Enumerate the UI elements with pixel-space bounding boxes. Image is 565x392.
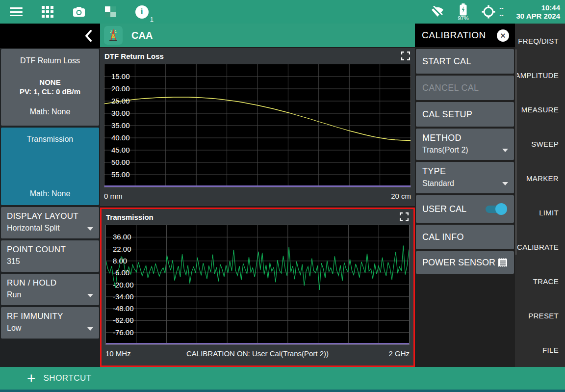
main-content: CAA DTF Return Loss 15.0020.0025.0030.00… <box>100 24 415 367</box>
cancel-cal-button-disabled[interactable]: CANCEL CAL <box>416 76 514 100</box>
trace1-cable: NONE <box>39 78 60 86</box>
gps-coordinates: -- -- <box>499 6 503 17</box>
menu-sweep[interactable]: SWEEP <box>515 127 565 161</box>
calibration-panel-header: CALIBRATION ✕ <box>415 24 515 47</box>
menu-label: LIMIT <box>539 209 559 217</box>
dtf-sweep-marker-line <box>104 185 411 187</box>
left-sidebar: DTF Return Loss NONE PV: 1, CL: 0 dB/m M… <box>0 24 100 367</box>
transmission-x-stop-label: 2 GHz <box>388 349 410 358</box>
app-title-bar: CAA <box>100 24 415 47</box>
calibration-title: CALIBRATION <box>422 30 486 41</box>
chevron-down-icon <box>87 227 93 231</box>
trace1-params: PV: 1, CL: 0 dB/m <box>20 87 80 96</box>
method-label: METHOD <box>422 133 514 143</box>
hamburger-glyph <box>10 7 23 16</box>
display-layout-icon[interactable] <box>103 4 118 19</box>
hamburger-menu-icon[interactable] <box>9 4 24 19</box>
caa-app-icon[interactable] <box>104 26 123 45</box>
user-cal-toggle-row[interactable]: USER CAL <box>416 195 514 223</box>
chevron-down-icon <box>502 182 508 185</box>
quad-glyph <box>105 6 116 17</box>
chevron-down-icon <box>87 327 93 331</box>
cal-setup-label: CAL SETUP <box>422 109 472 120</box>
menu-scrollbar[interactable] <box>515 49 517 255</box>
instrument-screen: i 1 97% <box>0 0 565 392</box>
transmission-plot-area[interactable]: 36.0022.008.00-6.00-20.00-34.00-48.00-62… <box>105 225 410 345</box>
menu-limit[interactable]: LIMIT <box>515 195 565 230</box>
menu-calibrate[interactable]: CALIBRATE <box>515 230 565 264</box>
dtf-panel-title: DTF Return Loss <box>104 52 164 60</box>
menu-freq-dist[interactable]: FREQ/DIST <box>515 24 565 58</box>
run-hold-label: RUN / HOLD <box>7 278 93 288</box>
user-cal-label: USER CAL <box>422 204 466 214</box>
battery-status[interactable]: 97% <box>458 3 468 21</box>
trace-card-transmission-selected[interactable]: Transmission Math: None <box>1 128 99 205</box>
trace1-title: DTF Return Loss <box>20 56 80 65</box>
main-menu: FREQ/DIST AMPLITUDE MEASURE SWEEP MARKER… <box>515 24 565 367</box>
menu-label: SWEEP <box>531 140 559 148</box>
trace1-math: Math: None <box>30 107 71 116</box>
cancel-cal-label: CANCEL CAL <box>422 83 479 93</box>
chevron-down-icon <box>87 294 93 297</box>
gps-lat: -- <box>499 6 503 10</box>
calibration-status-text: CALIBRATION ON: User Cal(Trans(Port 2)) <box>105 349 410 358</box>
fullscreen-expand-icon[interactable] <box>400 212 409 221</box>
power-sensor-button[interactable]: POWER SENSOR <box>416 251 514 274</box>
menu-marker[interactable]: MARKER <box>515 161 565 195</box>
fullscreen-expand-icon[interactable] <box>401 52 410 60</box>
trace2-title: Transmission <box>27 135 74 144</box>
info-notifications-icon[interactable]: i 1 <box>134 4 149 19</box>
type-dropdown[interactable]: TYPE Standard <box>416 162 514 193</box>
chevron-down-icon <box>502 149 508 152</box>
camera-screenshot-icon[interactable] <box>72 4 86 19</box>
transmission-panel-active: Transmission 36.0022.008.00-6.00-20.00-3… <box>100 208 415 367</box>
menu-label: MARKER <box>526 174 559 183</box>
menu-label: AMPLITUDE <box>515 71 559 79</box>
type-value: Standard <box>422 179 514 188</box>
menu-preset[interactable]: PRESET <box>515 298 565 333</box>
menu-label: FILE <box>542 346 559 354</box>
point-count-label: POINT COUNT <box>7 245 93 255</box>
point-count-field[interactable]: POINT COUNT 315 <box>1 240 99 272</box>
display-layout-value: Horizontal Split <box>7 224 93 233</box>
user-cal-toggle-on[interactable] <box>486 206 506 213</box>
method-dropdown[interactable]: METHOD Trans(Port 2) <box>416 129 514 160</box>
calibration-panel: CALIBRATION ✕ START CAL CANCEL CAL CAL S… <box>415 24 515 367</box>
app-title: CAA <box>131 30 153 41</box>
gps-lon: -- <box>499 13 503 17</box>
app-grid-icon[interactable] <box>40 4 55 19</box>
rf-immunity-dropdown[interactable]: RF IMMUNITY Low <box>1 307 99 339</box>
dtf-plot-area[interactable]: 15.0020.0025.0030.0035.0040.0045.0050.00… <box>104 64 411 187</box>
menu-trace[interactable]: TRACE <box>515 264 565 298</box>
shortcut-bar[interactable]: + SHORTCUT <box>0 367 565 392</box>
menu-measure[interactable]: MEASURE <box>515 92 565 127</box>
menu-label: CALIBRATE <box>517 243 559 251</box>
dtf-x-axis: 0 mm 20 cm <box>104 187 411 204</box>
shortcut-label: SHORTCUT <box>44 373 92 383</box>
menu-label: FREQ/DIST <box>518 37 559 45</box>
close-icon[interactable]: ✕ <box>497 29 509 42</box>
run-hold-dropdown[interactable]: RUN / HOLD Run <box>1 274 99 305</box>
antenna-tower-glyph <box>106 28 120 42</box>
grid-glyph <box>42 6 53 18</box>
menu-label: MEASURE <box>521 105 559 114</box>
dtf-x-start-label: 0 mm <box>104 192 123 200</box>
cal-info-button[interactable]: CAL INFO <box>416 225 514 249</box>
gps-status[interactable]: -- -- <box>481 4 503 19</box>
wifi-off-icon[interactable] <box>430 4 445 19</box>
battery-icon <box>460 3 467 16</box>
clock: 10:44 30 APR 2024 <box>516 3 560 20</box>
top-status-bar: i 1 97% <box>0 0 565 24</box>
power-sensor-icon <box>497 258 508 267</box>
back-chevron-icon <box>84 30 92 42</box>
menu-amplitude[interactable]: AMPLITUDE <box>515 58 565 92</box>
cal-setup-button[interactable]: CAL SETUP <box>416 102 514 127</box>
menu-file[interactable]: FILE <box>515 333 565 367</box>
trace2-math: Math: None <box>30 189 71 198</box>
sidebar-collapse-button[interactable] <box>0 24 100 48</box>
display-layout-dropdown[interactable]: DISPLAY LAYOUT Horizontal Split <box>1 207 99 238</box>
start-cal-button[interactable]: START CAL <box>416 49 514 74</box>
trace-card-dtf-return-loss[interactable]: DTF Return Loss NONE PV: 1, CL: 0 dB/m M… <box>1 49 99 126</box>
dtf-x-stop-label: 20 cm <box>391 192 411 200</box>
camera-glyph <box>73 6 85 17</box>
